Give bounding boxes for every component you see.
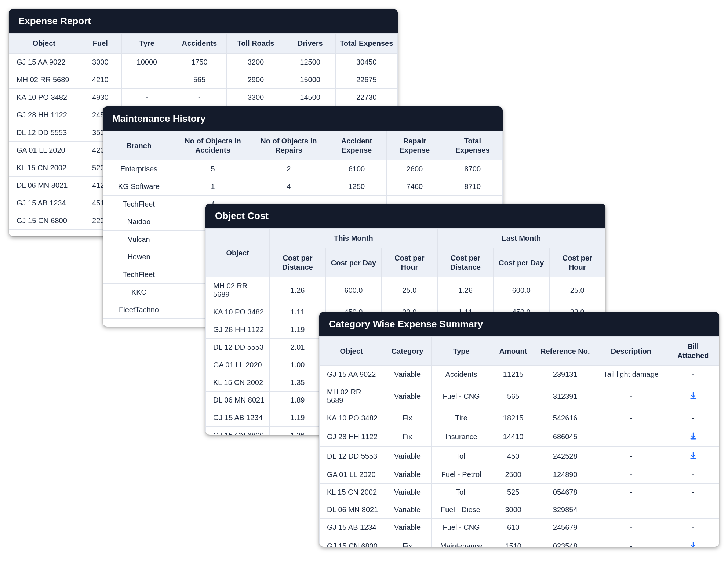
maintenance-cell: Vulcan <box>103 231 175 248</box>
maintenance-cell: TechFleet <box>103 196 175 213</box>
category-wise-cell: - <box>595 409 667 427</box>
maintenance-cell: 1250 <box>327 178 386 196</box>
maintenance-history-title: Maintenance History <box>103 106 503 131</box>
expense-report-cell: 14500 <box>285 89 335 106</box>
object-cost-group-this-month: This Month <box>270 229 437 248</box>
category-wise-cell: 054678 <box>535 484 595 501</box>
category-wise-cell: Insurance <box>431 427 491 447</box>
expense-report-cell: MH 02 RR 5689 <box>9 71 79 89</box>
maintenance-cell: Howen <box>103 248 175 266</box>
category-wise-cell: GA 01 LL 2020 <box>320 466 383 484</box>
category-wise-cell: Fix <box>383 536 432 547</box>
table-row: GJ 15 CN 6800FixMaintenance1510023548- <box>320 536 719 547</box>
maintenance-cell: 8700 <box>443 160 502 178</box>
category-wise-bill-cell <box>667 427 719 447</box>
expense-report-cell: GA 01 LL 2020 <box>9 142 79 159</box>
download-icon[interactable] <box>689 391 698 400</box>
expense-report-cell: 22675 <box>335 71 398 89</box>
table-row: DL 06 MN 8021VariableFuel - Diesel300032… <box>320 501 719 519</box>
object-cost-subcol-0: Cost per Distance <box>270 248 325 277</box>
maintenance-cell: FleetTachno <box>103 301 175 319</box>
object-cost-cell: 1.26 <box>270 277 325 303</box>
category-wise-col-4: Reference No. <box>535 337 595 366</box>
maintenance-col-1: No of Objects in Accidents <box>175 131 251 160</box>
object-cost-col-object: Object <box>206 229 270 277</box>
object-cost-cell: MH 02 RR 5689 <box>206 277 270 303</box>
category-wise-cell: 1510 <box>491 536 535 547</box>
object-cost-cell: 1.35 <box>270 374 325 392</box>
category-wise-cell: 124890 <box>535 466 595 484</box>
category-wise-cell: 525 <box>491 484 535 501</box>
category-wise-cell: Accidents <box>431 366 491 383</box>
object-cost-cell: GJ 28 HH 1122 <box>206 321 270 339</box>
category-wise-cell: Variable <box>383 447 432 466</box>
table-row: MH 02 RR 5689VariableFuel - CNG565312391… <box>320 383 719 409</box>
object-cost-group-last-month: Last Month <box>437 229 605 248</box>
object-cost-cell: 600.0 <box>494 277 549 303</box>
category-wise-cell: Fuel - CNG <box>431 383 491 409</box>
category-wise-col-3: Amount <box>491 337 535 366</box>
expense-report-cell: DL 12 DD 5553 <box>9 124 79 142</box>
category-wise-cell: GJ 15 AA 9022 <box>320 366 383 383</box>
category-wise-bill-cell: - <box>667 501 719 519</box>
category-wise-cell: 329854 <box>535 501 595 519</box>
category-wise-cell: GJ 15 CN 6800 <box>320 536 383 547</box>
maintenance-cell: 5 <box>175 160 251 178</box>
category-wise-cell: GJ 28 HH 1122 <box>320 427 383 447</box>
category-wise-bill-cell: - <box>667 484 719 501</box>
category-wise-cell: 565 <box>491 383 535 409</box>
table-row: KG Software14125074608710 <box>103 178 503 196</box>
category-wise-cell: Tail light damage <box>595 366 667 383</box>
category-wise-cell: - <box>595 447 667 466</box>
expense-report-col-2: Tyre <box>122 34 172 54</box>
maintenance-cell: KKC <box>103 284 175 301</box>
object-cost-cell: 1.00 <box>270 356 325 374</box>
object-cost-cell: 1.89 <box>270 392 325 409</box>
object-cost-cell: 1.26 <box>270 427 325 435</box>
category-wise-table: ObjectCategoryTypeAmountReference No.Des… <box>319 336 719 547</box>
category-wise-cell: 2500 <box>491 466 535 484</box>
table-row: KL 15 CN 2002VariableToll525054678-- <box>320 484 719 501</box>
expense-report-cell: GJ 28 HH 1122 <box>9 106 79 124</box>
download-icon[interactable] <box>689 541 698 547</box>
expense-report-col-5: Drivers <box>285 34 335 54</box>
maintenance-col-0: Branch <box>103 131 175 160</box>
category-wise-cell: 18215 <box>491 409 535 427</box>
maintenance-cell: 2 <box>251 160 327 178</box>
category-wise-cell: - <box>595 466 667 484</box>
maintenance-cell: 1 <box>175 178 251 196</box>
expense-report-cell: 565 <box>172 71 226 89</box>
table-row: Enterprises52610026008700 <box>103 160 503 178</box>
category-wise-col-1: Category <box>383 337 432 366</box>
category-wise-col-6: Bill Attached <box>667 337 719 366</box>
table-row: GJ 28 HH 1122FixInsurance14410686045- <box>320 427 719 447</box>
expense-report-col-6: Total Expenses <box>335 34 398 54</box>
category-wise-cell: - <box>595 501 667 519</box>
maintenance-col-4: Repair Expense <box>387 131 443 160</box>
expense-report-cell: 30450 <box>335 54 398 71</box>
category-wise-cell: - <box>595 484 667 501</box>
object-cost-subcol-1: Cost per Day <box>325 248 381 277</box>
category-wise-title: Category Wise Expense Summary <box>319 312 719 336</box>
category-wise-cell: 542616 <box>535 409 595 427</box>
download-icon[interactable] <box>689 451 698 460</box>
expense-report-cell: - <box>122 89 172 106</box>
category-wise-cell: Tire <box>431 409 491 427</box>
category-wise-cell: Fix <box>383 427 432 447</box>
object-cost-title: Object Cost <box>205 204 605 228</box>
object-cost-cell: GA 01 LL 2020 <box>206 356 270 374</box>
table-row: MH 02 RR 56894210-56529001500022675 <box>9 71 398 89</box>
category-wise-cell: DL 06 MN 8021 <box>320 501 383 519</box>
object-cost-subcol-2: Cost per Hour <box>382 248 437 277</box>
download-icon[interactable] <box>689 432 698 440</box>
category-wise-cell: Variable <box>383 466 432 484</box>
maintenance-cell: 8710 <box>443 178 502 196</box>
table-row: KA 10 PO 34824930--33001450022730 <box>9 89 398 106</box>
maintenance-cell: 2600 <box>387 160 443 178</box>
category-wise-cell: Fuel - CNG <box>431 519 491 536</box>
object-cost-cell: GJ 15 AB 1234 <box>206 409 270 427</box>
category-wise-cell: KL 15 CN 2002 <box>320 484 383 501</box>
category-wise-cell: - <box>595 383 667 409</box>
category-wise-cell: Toll <box>431 484 491 501</box>
category-wise-col-0: Object <box>320 337 383 366</box>
